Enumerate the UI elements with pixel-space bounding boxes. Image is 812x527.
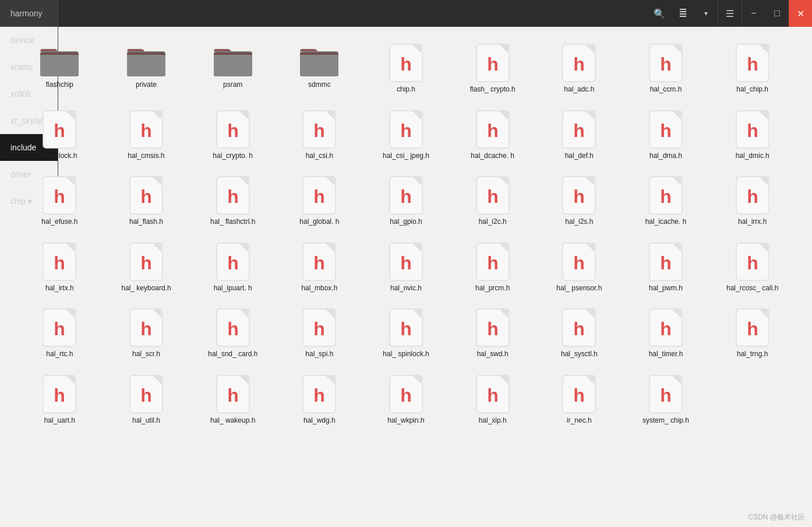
file-item[interactable]: h hal_wdg.h	[277, 370, 362, 430]
file-item[interactable]: flashchip	[17, 38, 102, 99]
file-item[interactable]: h hal_timer.h	[624, 303, 708, 364]
svg-text:h: h	[660, 186, 672, 207]
file-item[interactable]: h hal_dma.h	[624, 105, 708, 166]
file-item[interactable]: h hal_gpio.h	[364, 171, 449, 231]
svg-text:h: h	[54, 318, 66, 339]
file-item-name: hal_efuse.h	[41, 217, 77, 227]
file-item[interactable]: h hal_prcm.h	[450, 237, 535, 298]
file-item[interactable]: h hal_ wakeup.h	[190, 370, 275, 430]
file-item[interactable]: h hal_mbox.h	[277, 237, 362, 298]
h-file-icon: h	[129, 308, 164, 347]
h-file-icon: h	[302, 242, 337, 282]
svg-text:h: h	[487, 252, 499, 273]
file-item[interactable]: h hal_spi.h	[277, 303, 362, 364]
svg-rect-5	[214, 55, 252, 76]
h-file-icon: h	[735, 175, 770, 215]
file-item[interactable]: h hal_ccm.h	[624, 38, 708, 99]
file-item[interactable]: h hal_xip.h	[450, 370, 535, 430]
file-item-name: hal_crypto. h	[213, 152, 253, 161]
file-item-name: hal_icache. h	[645, 217, 687, 227]
svg-text:h: h	[660, 120, 672, 141]
file-item-name: hal_irtx.h	[45, 284, 74, 293]
h-file-icon: h	[389, 374, 423, 414]
file-item[interactable]: h hal_snd_ card.h	[190, 303, 275, 364]
file-item[interactable]: psram	[190, 38, 275, 99]
svg-text:h: h	[54, 120, 66, 141]
file-item[interactable]: h chip.h	[364, 38, 449, 99]
file-item[interactable]: h hal_efuse.h	[17, 171, 102, 231]
h-file-icon: h	[475, 43, 510, 83]
file-item-name: chip.h	[397, 85, 415, 94]
file-item[interactable]: h hal_wkpin.h	[364, 370, 449, 430]
file-item[interactable]: sdmmc	[277, 38, 362, 99]
h-file-icon: h	[735, 43, 770, 83]
file-item[interactable]: h hal_swd.h	[450, 303, 535, 364]
file-item[interactable]: h hal_def.h	[537, 105, 622, 166]
h-file-icon: h	[129, 175, 164, 215]
svg-text:h: h	[660, 54, 672, 75]
file-item[interactable]: h hal_uart.h	[17, 370, 102, 430]
file-item-name: sdmmc	[308, 80, 331, 90]
file-item[interactable]: h hal_ flashctrl.h	[190, 171, 275, 231]
svg-text:h: h	[140, 120, 152, 141]
search-button[interactable]: 🔍	[648, 0, 671, 27]
svg-text:h: h	[574, 385, 585, 406]
file-item[interactable]: h hal_irtx.h	[17, 237, 102, 298]
file-item[interactable]: h hal_ keyboard.h	[104, 237, 189, 298]
file-item[interactable]: h hal_ spinlock.h	[364, 303, 449, 364]
minimize-button[interactable]: −	[742, 0, 765, 27]
file-item[interactable]: h hal_global. h	[277, 171, 362, 231]
file-item[interactable]: h hal_i2c.h	[450, 171, 535, 231]
file-item[interactable]: h hal_crypto. h	[190, 105, 275, 166]
close-button[interactable]: ✕	[789, 0, 812, 27]
file-item-name: hal_def.h	[565, 152, 594, 161]
h-file-icon: h	[42, 110, 77, 149]
dropdown-button[interactable]: ▾	[694, 0, 718, 27]
file-item[interactable]: private	[104, 38, 189, 99]
file-item[interactable]: h hal_adc.h	[537, 38, 622, 99]
file-item[interactable]: h hal_csi_ jpeg.h	[364, 105, 449, 166]
file-item[interactable]: h hal_lpuart. h	[190, 237, 275, 298]
file-item[interactable]: h hal_sysctl.h	[537, 303, 622, 364]
file-item[interactable]: h hal_util.h	[104, 370, 189, 430]
file-item[interactable]: h hal_dmic.h	[710, 105, 795, 166]
list-view-button[interactable]: ≣	[671, 0, 694, 27]
file-item[interactable]: h hal_ psensor.h	[537, 237, 622, 298]
svg-text:h: h	[54, 385, 66, 406]
file-item[interactable]: h hal_trng.h	[710, 303, 795, 364]
file-item[interactable]: h hal_icache. h	[624, 171, 708, 231]
file-item[interactable]: h hal_pwm.h	[624, 237, 708, 298]
file-item-name: hal_nvic.h	[390, 284, 422, 293]
file-item-name: hal_clock.h	[42, 152, 77, 161]
svg-rect-1	[40, 55, 79, 76]
file-item[interactable]: h hal_nvic.h	[364, 237, 449, 298]
file-item[interactable]: h hal_clock.h	[17, 105, 102, 166]
tabs-container: harmonydevicexradioxr806xr_skylarkinclud…	[0, 0, 58, 27]
file-item-name: flashchip	[46, 80, 73, 90]
h-file-icon: h	[129, 242, 164, 282]
file-item[interactable]: h hal_scr.h	[104, 303, 189, 364]
file-item[interactable]: h system_ chip.h	[624, 370, 708, 430]
menu-button[interactable]: ☰	[718, 0, 742, 27]
file-item[interactable]: h flash_ crypto.h	[450, 38, 535, 99]
file-item-name: hal_uart.h	[44, 416, 75, 426]
file-item[interactable]: h ir_nec.h	[537, 370, 622, 430]
file-item[interactable]: h hal_rcosc_ cali.h	[710, 237, 795, 298]
svg-text:h: h	[660, 385, 672, 406]
maximize-button[interactable]: □	[765, 0, 789, 27]
file-item-name: hal_timer.h	[649, 350, 683, 359]
file-item[interactable]: h hal_chip.h	[710, 38, 795, 99]
file-item-name: hal_irrx.h	[738, 217, 767, 227]
topbar-tab-harmony[interactable]: harmony	[0, 0, 58, 27]
file-item[interactable]: h hal_flash.h	[104, 171, 189, 231]
file-item[interactable]: h hal_rtc.h	[17, 303, 102, 364]
svg-text:h: h	[747, 252, 758, 273]
file-item-name: hal_flash.h	[129, 217, 163, 227]
file-item[interactable]: h hal_csi.h	[277, 105, 362, 166]
file-item[interactable]: h hal_cmsis.h	[104, 105, 189, 166]
file-item[interactable]: h hal_dcache. h	[450, 105, 535, 166]
h-file-icon: h	[562, 175, 596, 215]
file-item[interactable]: h hal_i2s.h	[537, 171, 622, 231]
h-file-icon: h	[42, 308, 77, 347]
file-item[interactable]: h hal_irrx.h	[710, 171, 795, 231]
